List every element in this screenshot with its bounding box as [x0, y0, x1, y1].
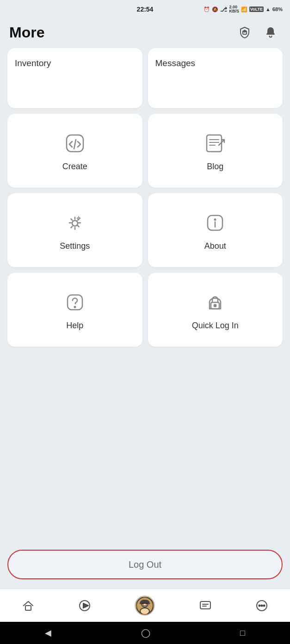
shield-icon [238, 26, 251, 39]
blog-card[interactable]: Blog [148, 114, 283, 188]
svg-point-33 [259, 605, 260, 606]
blog-label: Blog [207, 162, 223, 172]
bottom-nav [0, 589, 290, 622]
svg-point-8 [72, 221, 78, 226]
create-card[interactable]: Create [7, 114, 142, 188]
svg-line-3 [74, 140, 76, 149]
bluetooth-icon: ⎇ [220, 6, 227, 13]
header-actions [234, 22, 281, 43]
alarm-icon: ⏰ [204, 6, 210, 12]
help-card[interactable]: Help [7, 273, 142, 347]
grid-row-1: Inventory Messages [7, 48, 283, 108]
logout-section: Log Out [0, 542, 290, 589]
svg-point-34 [261, 605, 262, 606]
create-label: Create [62, 162, 87, 172]
wifi-icon: 📶 [241, 6, 247, 12]
code-icon [62, 130, 88, 156]
chat-icon [199, 599, 212, 612]
shield-button[interactable] [234, 22, 255, 43]
home-button[interactable]: ◯ [132, 624, 160, 642]
signal-icon: ▲ [265, 6, 271, 12]
back-button[interactable]: ◀ [36, 624, 61, 642]
page-title: More [9, 24, 44, 41]
network-speed-icon: 2.00KB/S [229, 5, 239, 13]
quicklogin-card[interactable]: Quick Log In [148, 273, 283, 347]
help-label: Help [66, 321, 83, 331]
inventory-label: Inventory [15, 58, 51, 68]
svg-rect-21 [25, 606, 31, 610]
status-icons: ⏰ 🔕 ⎇ 2.00KB/S 📶 VoLTE ▲ 68% [204, 5, 283, 13]
recents-button[interactable]: □ [231, 625, 254, 642]
settings-card[interactable]: Settings [7, 193, 142, 267]
svg-rect-29 [200, 601, 210, 609]
logout-label: Log Out [129, 559, 161, 570]
lock-icon [202, 289, 228, 315]
status-bar: 22:54 ⏰ 🔕 ⎇ 2.00KB/S 📶 VoLTE ▲ 68% [0, 0, 290, 18]
nav-chat[interactable] [191, 595, 219, 616]
grid-row-3: Settings About [7, 193, 283, 267]
avatar-icon [135, 595, 155, 616]
info-icon [202, 210, 228, 236]
svg-point-16 [215, 219, 216, 220]
svg-point-18 [74, 306, 75, 307]
play-icon [78, 599, 91, 612]
system-nav-bar: ◀ ◯ □ [0, 622, 290, 644]
blog-icon [202, 130, 228, 156]
header: More [0, 18, 290, 48]
svg-point-35 [263, 605, 265, 606]
nav-home[interactable] [14, 595, 42, 616]
about-card[interactable]: About [148, 193, 283, 267]
nav-play[interactable] [71, 595, 99, 616]
avatar-face [136, 597, 153, 614]
svg-rect-4 [207, 135, 222, 152]
bell-icon [264, 26, 277, 39]
inventory-card[interactable]: Inventory [7, 48, 142, 108]
battery-icon: 68% [272, 6, 283, 12]
nav-avatar[interactable] [127, 592, 162, 619]
nav-more[interactable] [248, 595, 276, 616]
grid-row-2: Create Blog [7, 114, 283, 188]
quicklogin-label: Quick Log In [192, 321, 239, 331]
svg-marker-23 [83, 603, 88, 608]
settings-label: Settings [60, 241, 90, 251]
gear-icon [62, 210, 88, 236]
notification-button[interactable] [260, 22, 281, 43]
messages-label: Messages [155, 58, 196, 68]
about-label: About [204, 241, 226, 251]
home-icon [22, 599, 35, 612]
more-icon [255, 599, 268, 612]
logout-button[interactable]: Log Out [7, 550, 283, 579]
help-icon [62, 289, 88, 315]
grid-row-4: Help Quick Log In [7, 273, 283, 347]
menu-grid: Inventory Messages Create [0, 48, 290, 542]
lte-icon: VoLTE [249, 6, 264, 12]
status-time: 22:54 [137, 6, 154, 13]
mute-icon: 🔕 [212, 6, 218, 12]
svg-point-26 [140, 608, 149, 614]
messages-card[interactable]: Messages [148, 48, 283, 108]
svg-point-20 [214, 304, 216, 307]
